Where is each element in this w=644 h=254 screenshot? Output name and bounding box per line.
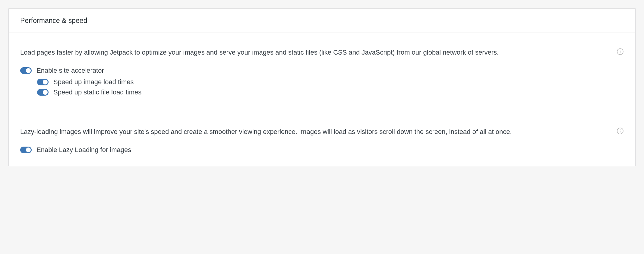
lazy-description: Lazy-loading images will improve your si… [20, 127, 569, 137]
info-icon[interactable] [617, 48, 624, 55]
speed-up-static-label: Speed up static file load times [53, 88, 141, 96]
info-col [609, 47, 624, 55]
card-header: Performance & speed [9, 9, 635, 33]
speed-up-static-row: Speed up static file load times [37, 88, 609, 96]
speed-up-images-toggle[interactable] [37, 79, 49, 85]
svg-point-2 [620, 50, 620, 51]
speed-up-static-toggle[interactable] [37, 89, 49, 96]
info-col [609, 127, 624, 135]
card-title: Performance & speed [20, 17, 87, 24]
svg-point-5 [620, 129, 620, 130]
speed-up-images-row: Speed up image load times [37, 78, 609, 86]
settings-page: Performance & speed Load pages faster by… [0, 0, 644, 254]
section-content: Lazy-loading images will improve your si… [20, 127, 609, 154]
lazy-loading-section: Lazy-loading images will improve your si… [9, 112, 635, 166]
speed-up-images-label: Speed up image load times [53, 78, 134, 86]
site-accelerator-section: Load pages faster by allowing Jetpack to… [9, 33, 635, 112]
performance-card: Performance & speed Load pages faster by… [8, 8, 636, 166]
accelerator-description: Load pages faster by allowing Jetpack to… [20, 47, 569, 58]
accelerator-sub-toggles: Speed up image load times Speed up stati… [37, 78, 609, 96]
section-content: Load pages faster by allowing Jetpack to… [20, 47, 609, 96]
info-icon[interactable] [617, 127, 624, 135]
enable-accelerator-row: Enable site accelerator [20, 67, 609, 75]
enable-accelerator-label: Enable site accelerator [36, 67, 104, 75]
enable-lazy-row: Enable Lazy Loading for images [20, 146, 609, 154]
enable-lazy-toggle[interactable] [20, 147, 32, 153]
enable-accelerator-toggle[interactable] [20, 67, 32, 74]
enable-lazy-label: Enable Lazy Loading for images [36, 146, 131, 154]
